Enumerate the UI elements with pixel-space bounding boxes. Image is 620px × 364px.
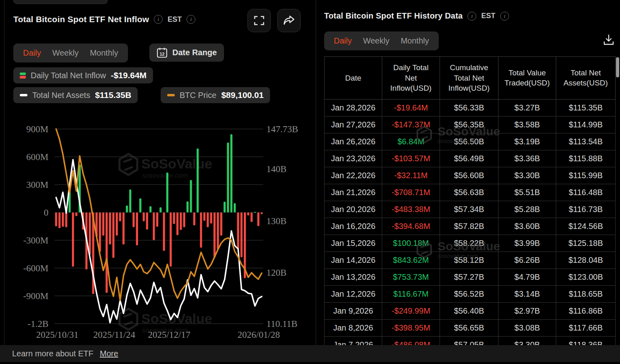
inflow-bar xyxy=(214,212,216,258)
inflow-bar xyxy=(203,212,205,221)
table-cell-traded: $4.79B xyxy=(499,269,556,285)
legend-total-net-assets[interactable]: Total Net Assets $115.35B xyxy=(13,87,138,103)
table-cell-traded: $3.99B xyxy=(499,235,556,252)
table-cell-inflow: $843.62M xyxy=(382,252,440,268)
table-row[interactable]: Jan 15,2026$100.18M$58.22B$3.99B$125.18B xyxy=(324,235,616,252)
table-row[interactable]: Jan 16,2026-$394.68M$57.82B$3.60B$124.56… xyxy=(324,218,616,235)
inflow-bar xyxy=(230,134,232,212)
fullscreen-button[interactable] xyxy=(247,9,271,32)
table-body: Jan 28,2026-$19.64M$56.33B$3.27B$115.35B… xyxy=(324,100,616,345)
info-icon[interactable]: i xyxy=(154,15,163,24)
table-cell-traded: $3.30B xyxy=(499,167,556,184)
info-icon[interactable]: i xyxy=(186,15,195,24)
table-row[interactable]: Jan 8,2026-$398.95M$56.65B$3.08B$117.66B xyxy=(324,320,616,337)
table-row[interactable]: Jan 13,2026$753.73M$57.27B$4.79B$123.00B xyxy=(324,269,616,286)
table-row[interactable]: Jan 14,2026$843.62M$58.12B$6.26B$128.04B xyxy=(324,252,616,269)
etf-net-inflow-chart[interactable]: 900M600M300M0-300M-600M-900M-1.2B147.73B… xyxy=(0,109,315,351)
tab-daily[interactable]: Daily xyxy=(17,44,46,62)
legend-btc-price[interactable]: BTC Price $89,100.01 xyxy=(161,87,270,103)
table-column-header: Daily Total Net Inflow(USD) xyxy=(382,57,440,99)
left-axis-tick: -1.2B xyxy=(27,319,48,329)
table-row[interactable]: Jan 7,2026-$486.08M$57.05B$3.30B$118.36B xyxy=(324,337,616,345)
left-axis-tick: 300M xyxy=(26,180,48,190)
table-cell-traded: $3.14B xyxy=(499,286,556,302)
tab-weekly[interactable]: Weekly xyxy=(46,44,84,62)
tab-weekly[interactable]: Weekly xyxy=(357,32,395,50)
table-cell-cumulative: $57.05B xyxy=(440,337,499,345)
table-cell-assets: $123.00B xyxy=(556,269,616,285)
table-cell-inflow: -$398.95M xyxy=(382,320,440,336)
table-title: Total Bitcoin Spot ETF History Data xyxy=(324,11,463,21)
inflow-bar xyxy=(183,212,185,227)
date-range-label: Date Range xyxy=(172,48,217,57)
legend-daily-net-inflow[interactable]: Daily Total Net Inflow -$19.64M xyxy=(13,67,153,83)
table-row[interactable]: Jan 22,2026-$32.11M$56.60B$3.30B$115.99B xyxy=(324,167,616,184)
table-cell-date: Jan 22,2026 xyxy=(324,167,382,184)
right-axis-tick: 130B xyxy=(266,216,287,226)
table-cell-assets: $116.48B xyxy=(556,184,616,201)
svg-text:12: 12 xyxy=(159,52,164,56)
table-row[interactable]: Jan 27,2026-$147.37M$56.35B$3.58B$114.99… xyxy=(324,116,616,133)
inflow-bar xyxy=(136,212,138,245)
inflow-bar xyxy=(180,212,182,230)
table-cell-cumulative: $56.33B xyxy=(440,100,499,116)
table-column-header: Total Net Assets(USD) xyxy=(556,57,616,99)
tab-monthly[interactable]: Monthly xyxy=(395,32,435,50)
table-cell-date: Jan 26,2026 xyxy=(324,133,382,150)
inflow-bar xyxy=(207,212,209,227)
table-cell-inflow: -$19.64M xyxy=(382,100,440,116)
table-cell-traded: $3.19B xyxy=(499,133,556,150)
right-axis-tick: 147.73B xyxy=(266,124,298,134)
table-cell-inflow: $753.73M xyxy=(382,269,440,285)
table-cell-traded: $5.28B xyxy=(499,201,556,218)
table-period-tabs: Daily Weekly Monthly xyxy=(324,31,439,50)
table-cell-inflow: $116.67M xyxy=(382,286,440,302)
inflow-bar xyxy=(149,206,151,212)
table-cell-inflow: -$394.68M xyxy=(382,218,440,235)
inflow-bar xyxy=(99,212,101,252)
legend-value: $89,100.01 xyxy=(221,90,264,100)
chart-period-tabs: Daily Weekly Monthly xyxy=(13,44,128,62)
table-row[interactable]: Jan 23,2026-$103.57M$56.49B$3.36B$115.88… xyxy=(324,150,616,167)
inflow-bar xyxy=(116,212,118,236)
table-column-header: Date xyxy=(324,57,382,99)
table-row[interactable]: Jan 9,2026-$249.99M$56.40B$2.97B$116.86B xyxy=(324,303,616,320)
x-axis-tick: 2025/10/31 xyxy=(36,330,79,340)
inflow-bar xyxy=(261,212,263,214)
inflow-bar xyxy=(65,212,67,227)
svg-text:SoSoValue: SoSoValue xyxy=(141,156,212,171)
etf-dashboard: Total Bitcoin Spot ETF Net Inflow i EST … xyxy=(0,0,620,364)
table-scrollbar-thumb[interactable] xyxy=(616,57,619,77)
info-icon[interactable]: i xyxy=(500,12,509,21)
tab-daily[interactable]: Daily xyxy=(328,32,357,50)
left-axis-tick: 0 xyxy=(44,208,49,218)
inflow-bar xyxy=(112,212,114,258)
table-row[interactable]: Jan 21,2026-$708.71M$56.63B$5.51B$116.48… xyxy=(324,184,616,201)
inflow-bar xyxy=(72,212,74,267)
share-button[interactable] xyxy=(277,9,301,32)
table-row[interactable]: Jan 26,2026$6.84M$56.50B$3.19B$113.54B xyxy=(324,133,616,150)
table-cell-cumulative: $58.22B xyxy=(440,235,499,252)
inflow-bar xyxy=(257,212,259,226)
timezone-label: EST xyxy=(481,12,495,20)
info-icon[interactable]: i xyxy=(467,12,476,21)
clipped-top-tab[interactable] xyxy=(13,0,108,4)
table-cell-cumulative: $56.49B xyxy=(440,150,499,167)
tab-monthly[interactable]: Monthly xyxy=(84,44,124,62)
table-cell-traded: $2.97B xyxy=(499,303,556,319)
date-range-button[interactable]: 12 Date Range xyxy=(149,44,224,62)
table-cell-cumulative: $56.35B xyxy=(440,116,499,133)
panel-divider xyxy=(316,0,316,345)
left-axis-tick: 600M xyxy=(26,152,48,162)
table-row[interactable]: Jan 28,2026-$19.64M$56.33B$3.27B$115.35B xyxy=(324,100,616,116)
download-button[interactable] xyxy=(603,34,615,48)
table-cell-traded: $3.36B xyxy=(499,150,556,167)
inflow-bar xyxy=(109,212,111,244)
table-cell-cumulative: $57.34B xyxy=(440,201,499,218)
inflow-bar xyxy=(153,212,155,240)
table-row[interactable]: Jan 12,2026$116.67M$56.52B$3.14B$118.65B xyxy=(324,286,616,303)
table-row[interactable]: Jan 20,2026-$483.38M$57.34B$5.28B$116.73… xyxy=(324,201,616,218)
history-table: SoSoValuesosovalue.com SoSoValuesosovalu… xyxy=(324,56,616,345)
inflow-bar xyxy=(163,212,165,251)
footer-more-link[interactable]: More xyxy=(100,349,118,358)
